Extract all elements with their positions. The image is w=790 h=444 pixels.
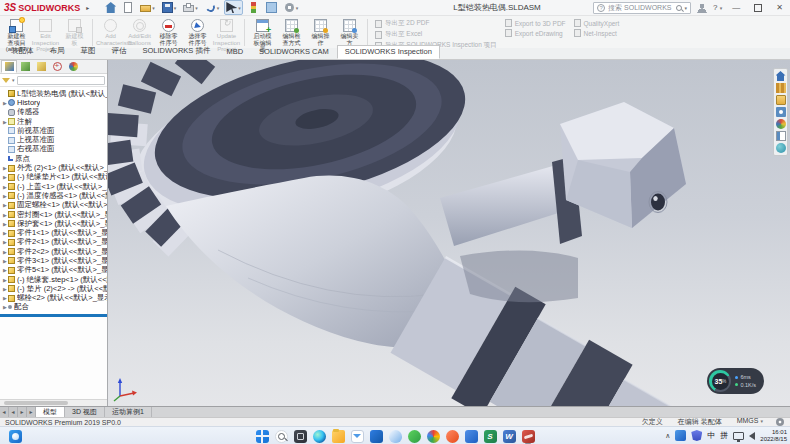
feature-tree-item[interactable]: ▶ History — [0, 98, 107, 107]
panel-horizontal-scrollbar[interactable] — [0, 399, 107, 406]
ribbon-tab[interactable]: 评估 — [104, 44, 135, 59]
panel-tab[interactable] — [33, 60, 49, 73]
taskbar-app-icon[interactable] — [331, 429, 345, 443]
quick-access-button[interactable]: ▾ — [282, 0, 301, 15]
task-pane-tab[interactable] — [776, 95, 786, 105]
feature-tree-item[interactable]: ▶ 零件2<2> (默认<<默认>_显示状态 — [0, 247, 107, 256]
graphics-viewport[interactable]: 35% 6ms 0.1K/s — [108, 60, 790, 406]
task-pane-tab[interactable] — [776, 131, 786, 141]
widgets-icon[interactable] — [9, 430, 22, 443]
minimize-button[interactable]: — — [728, 1, 744, 15]
taskbar-app-icon[interactable] — [274, 429, 288, 443]
document-tab[interactable]: 运动算例1 — [105, 407, 152, 417]
ribbon-button[interactable]: 编辑操 作 — [306, 17, 335, 48]
feature-tree-item[interactable]: 上视基准面 — [0, 135, 107, 144]
quick-access-button[interactable]: ▾ — [224, 0, 243, 15]
ribbon-tab[interactable]: 布局 — [42, 44, 73, 59]
panel-tab[interactable] — [49, 60, 65, 73]
feature-tree-item[interactable]: ▶ (-) 温度传感器<1> (默认<<默认>_ — [0, 191, 107, 200]
logo-flyout-arrow[interactable]: ▸ — [86, 4, 89, 11]
security-shield-icon[interactable] — [691, 430, 702, 441]
feature-tree-item[interactable]: L型铠装热电偶 (默认<默认_显示状态-1 — [0, 89, 107, 98]
export-menu-item[interactable]: Net-Inspect — [574, 29, 620, 37]
feature-tree-item[interactable]: ▶ 注解 — [0, 117, 107, 126]
feature-tree-item[interactable]: ▶ 零件5<1> (默认<<默认>_显示状态 — [0, 266, 107, 275]
taskbar-app-icon[interactable] — [464, 429, 478, 443]
feature-tree-item[interactable]: 前视基准面 — [0, 126, 107, 135]
export-menu-item[interactable]: 导出至 Excel — [375, 30, 497, 39]
login-user-icon[interactable] — [697, 3, 707, 13]
taskbar-app-icon[interactable] — [369, 429, 383, 443]
ribbon-tab[interactable]: SOLIDWORKS 插件 — [135, 44, 219, 59]
task-pane-tab[interactable] — [776, 107, 786, 117]
feature-tree-item[interactable]: ▶ 螺栓<2> (默认<<默认>_显示状态 — [0, 294, 107, 303]
ribbon-tab[interactable]: SOLIDWORKS CAM — [251, 45, 337, 59]
tree-filter-input[interactable] — [17, 76, 105, 85]
panel-tab[interactable] — [1, 60, 17, 73]
status-gear-icon[interactable] — [776, 418, 784, 426]
export-menu-item[interactable]: Export eDrawing — [505, 29, 566, 37]
ribbon-tab[interactable]: 装配体 — [3, 44, 42, 59]
scrollbar-thumb[interactable] — [4, 401, 68, 405]
quick-access-button[interactable]: ▾ — [121, 0, 135, 15]
feature-tree-item[interactable]: 原点 — [0, 154, 107, 163]
ribbon-tab[interactable]: 草图 — [73, 44, 104, 59]
taskbar-app-icon[interactable] — [521, 429, 535, 443]
task-pane-tab[interactable] — [776, 83, 786, 93]
filter-funnel-icon[interactable] — [2, 78, 10, 87]
taskbar-app-icon[interactable] — [293, 429, 307, 443]
feature-tree-item[interactable]: ▶ 固定螺栓<1> (默认<<默认>_显示 — [0, 201, 107, 210]
taskbar-app-icon[interactable] — [255, 429, 269, 443]
export-menu-item[interactable]: QualityXpert — [574, 19, 620, 27]
tray-chevron-icon[interactable]: ∧ — [665, 432, 670, 440]
feature-tree-item[interactable]: ▶ 保护套<1> (默认<<默认>_显示状 — [0, 219, 107, 228]
feature-tree-item[interactable]: 传感器 — [0, 108, 107, 117]
taskbar-app-icon[interactable]: S — [483, 429, 497, 443]
feature-tree-item[interactable]: ▶ 零件2<1> (默认<<默认>_显示状态 — [0, 238, 107, 247]
tab-nav-arrow[interactable]: ◄ — [9, 407, 18, 417]
feature-tree-item[interactable]: ▶ 外壳 (2)<1> (默认<<默认>_显示状 — [0, 163, 107, 172]
panel-tab[interactable] — [65, 60, 81, 73]
feature-tree-item[interactable]: ▶ 配合 — [0, 303, 107, 312]
taskbar-app-icon[interactable] — [426, 429, 440, 443]
ribbon-tab[interactable]: SOLIDWORKS Inspection — [337, 45, 440, 59]
taskbar-app-icon[interactable]: W — [502, 429, 516, 443]
feature-tree-item[interactable]: ▶ (-) 上盖<1> (默认<<默认>_显示状 — [0, 182, 107, 191]
feature-tree-item[interactable]: 右视基准面 — [0, 145, 107, 154]
taskbar-app-icon[interactable] — [388, 429, 402, 443]
quick-access-button[interactable]: ▾ — [181, 2, 200, 14]
tray-app-icon[interactable] — [675, 430, 686, 441]
taskbar-app-icon[interactable] — [445, 429, 459, 443]
export-menu-item[interactable]: Export to 3D PDF — [505, 19, 566, 27]
feature-tree-item[interactable]: ▶ 零件3<1> (默认<<默认>_显示状态 — [0, 256, 107, 265]
feature-tree-item[interactable]: ▶ (-) 垫片 (2)<2> -> (默认<<默认> — [0, 284, 107, 293]
hex-hole[interactable] — [651, 194, 665, 211]
ribbon-tab[interactable]: MBD — [218, 45, 251, 59]
filter-caret-icon[interactable]: ▾ — [12, 77, 15, 83]
task-pane-tab[interactable] — [776, 71, 786, 81]
restore-button[interactable] — [754, 4, 762, 12]
panel-tab[interactable] — [17, 60, 33, 73]
help-search-box[interactable]: ? 搜索 SOLIDWORKS 帮助 ▾ — [593, 2, 691, 14]
search-caret-icon[interactable]: ▾ — [685, 5, 688, 11]
task-pane-tab[interactable] — [776, 119, 786, 129]
taskbar-app-icon[interactable] — [407, 429, 421, 443]
help-button[interactable]: ? ▾ — [713, 3, 722, 12]
feature-tree-item[interactable]: ▶ 零件1<1> (默认<<默认>_显示状态 — [0, 228, 107, 237]
export-menu-item[interactable]: 导出至 2D PDF — [375, 19, 497, 28]
quick-access-button[interactable]: ▾ — [246, 0, 261, 15]
document-tab[interactable]: 3D 视图 — [65, 407, 105, 417]
tab-nav-arrow[interactable]: ◄ — [0, 407, 9, 417]
taskbar-clock[interactable]: 16:01 2022/8/15 — [760, 429, 787, 443]
volume-icon[interactable] — [749, 432, 755, 440]
quick-access-button[interactable]: ▾ — [264, 0, 279, 15]
task-pane-tab[interactable] — [776, 143, 786, 153]
taskbar-app-icon[interactable] — [350, 429, 364, 443]
document-tab[interactable]: 模型 — [36, 407, 65, 417]
quick-access-button[interactable]: ▾ — [160, 0, 179, 15]
ribbon-button[interactable]: 启动模 板编辑 器 — [248, 17, 277, 48]
feature-tree-item[interactable]: ▶ 密封圈<1> (默认<<默认>_显示状 — [0, 210, 107, 219]
display-icon[interactable] — [733, 432, 744, 440]
ribbon-button[interactable]: 编辑检 查方式 — [277, 17, 306, 48]
quick-access-button[interactable]: ▾ — [103, 0, 118, 15]
